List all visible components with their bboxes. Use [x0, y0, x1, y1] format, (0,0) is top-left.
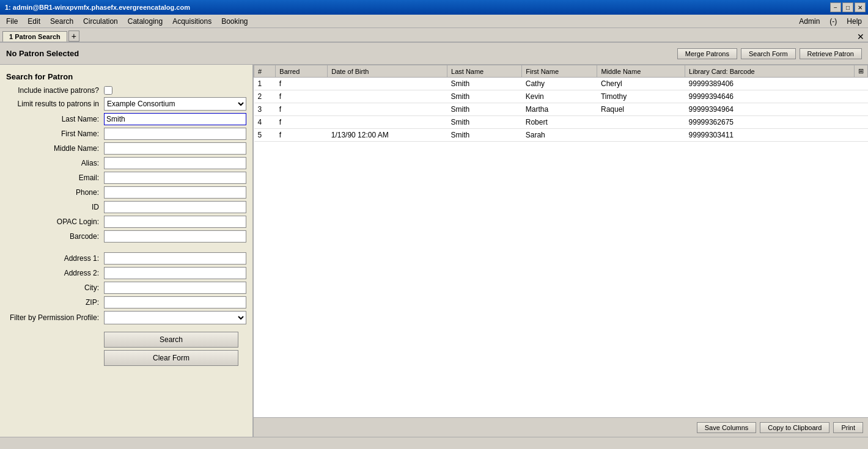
- table-cell: Cheryl: [597, 78, 685, 90]
- table-cell: f: [276, 103, 328, 116]
- menu-cataloging[interactable]: Cataloging: [123, 16, 167, 27]
- table-cell: 99999389406: [685, 78, 855, 90]
- id-label: ID: [6, 203, 104, 211]
- table-cell: f: [276, 78, 328, 90]
- menu-bar: File Edit Search Circulation Cataloging …: [0, 15, 868, 28]
- limit-results-select[interactable]: Example Consortium: [104, 97, 246, 111]
- table-cell: Sarah: [522, 129, 597, 142]
- menu-booking[interactable]: Booking: [216, 16, 252, 27]
- phone-input[interactable]: [104, 186, 246, 199]
- table-row[interactable]: 1fSmithCathyCheryl99999389406: [254, 78, 868, 90]
- table-cell: f: [276, 90, 328, 103]
- menu-circulation[interactable]: Circulation: [78, 16, 123, 27]
- col-barred[interactable]: Barred: [276, 65, 328, 78]
- table-cell: [328, 116, 447, 129]
- table-cell: 99999394964: [685, 103, 855, 116]
- middle-name-row: Middle Name:: [6, 142, 246, 155]
- address2-label: Address 2:: [6, 269, 104, 277]
- status-bar: [0, 437, 868, 449]
- col-dob[interactable]: Date of Birth: [328, 65, 447, 78]
- zip-input[interactable]: [104, 296, 246, 308]
- search-panel: Search for Patron Include inactive patro…: [0, 65, 254, 437]
- table-cell: 2: [254, 90, 276, 103]
- table-cell: [855, 78, 868, 90]
- id-input[interactable]: [104, 201, 246, 213]
- merge-patrons-button[interactable]: Merge Patrons: [677, 48, 737, 59]
- col-last-name[interactable]: Last Name: [447, 65, 522, 78]
- menu-admin[interactable]: Admin: [794, 16, 825, 27]
- barcode-label: Barcode:: [6, 232, 104, 241]
- save-columns-button[interactable]: Save Columns: [697, 422, 757, 433]
- menu-help[interactable]: Help: [842, 16, 867, 27]
- limit-results-row: Limit results to patrons in Example Cons…: [6, 97, 246, 111]
- search-button[interactable]: Search: [104, 332, 238, 348]
- table-cell: Raquel: [597, 103, 685, 116]
- menu-edit[interactable]: Edit: [23, 16, 45, 27]
- first-name-input[interactable]: [104, 128, 246, 140]
- table-cell: [597, 116, 685, 129]
- tab-add-button[interactable]: +: [68, 31, 79, 42]
- city-row: City:: [6, 282, 246, 294]
- menu-admin-dash[interactable]: (-): [825, 16, 842, 27]
- opac-login-input[interactable]: [104, 216, 246, 228]
- city-input[interactable]: [104, 282, 246, 294]
- include-inactive-row: Include inactive patrons?: [6, 86, 246, 95]
- table-cell: Cathy: [522, 78, 597, 90]
- first-name-row: First Name:: [6, 128, 246, 140]
- filter-profile-label: Filter by Permission Profile:: [6, 313, 104, 322]
- alias-input[interactable]: [104, 157, 246, 169]
- minimize-button[interactable]: −: [830, 2, 841, 12]
- menu-search[interactable]: Search: [45, 16, 78, 27]
- middle-name-label: Middle Name:: [6, 144, 104, 153]
- tab-patron-search[interactable]: 1 Patron Search: [2, 31, 67, 42]
- print-button[interactable]: Print: [833, 422, 863, 433]
- clear-form-button[interactable]: Clear Form: [104, 350, 238, 366]
- table-row[interactable]: 3fSmithMarthaRaquel99999394964: [254, 103, 868, 116]
- results-table-wrapper[interactable]: # Barred Date of Birth Last Name First N…: [254, 65, 868, 417]
- zip-label: ZIP:: [6, 298, 104, 307]
- table-row[interactable]: 2fSmithKevinTimothy99999394646: [254, 90, 868, 103]
- search-buttons: Search Clear Form: [6, 332, 246, 366]
- address2-input[interactable]: [104, 267, 246, 279]
- close-button[interactable]: ✕: [855, 2, 866, 12]
- table-cell: 1: [254, 78, 276, 90]
- table-row[interactable]: 5f1/13/90 12:00 AMSmithSarah99999303411: [254, 129, 868, 142]
- window-title: 1: admin@BR1-winxpvmfx.phasefx.evergreen…: [2, 4, 190, 11]
- search-form-title: Search for Patron: [6, 72, 246, 81]
- tab-bar-close[interactable]: ✕: [857, 32, 868, 42]
- col-first-name[interactable]: First Name: [522, 65, 597, 78]
- table-cell: Smith: [447, 90, 522, 103]
- table-cell: [855, 103, 868, 116]
- first-name-label: First Name:: [6, 130, 104, 138]
- last-name-input[interactable]: [104, 113, 246, 125]
- phone-row: Phone:: [6, 186, 246, 199]
- phone-label: Phone:: [6, 188, 104, 197]
- menu-acquisitions[interactable]: Acquisitions: [167, 16, 216, 27]
- col-expand[interactable]: ⊞: [855, 65, 868, 78]
- opac-login-label: OPAC Login:: [6, 217, 104, 226]
- address1-label: Address 1:: [6, 254, 104, 263]
- table-row[interactable]: 4fSmithRobert99999362675: [254, 116, 868, 129]
- barcode-input[interactable]: [104, 230, 246, 243]
- address1-input[interactable]: [104, 252, 246, 265]
- menu-file[interactable]: File: [1, 16, 23, 27]
- include-inactive-checkbox[interactable]: [104, 86, 112, 95]
- retrieve-patron-button[interactable]: Retrieve Patron: [800, 48, 862, 59]
- email-input[interactable]: [104, 172, 246, 184]
- table-cell: f: [276, 129, 328, 142]
- table-cell: Martha: [522, 103, 597, 116]
- col-barcode[interactable]: Library Card: Barcode: [685, 65, 855, 78]
- filter-profile-select[interactable]: [104, 311, 246, 324]
- search-form-button[interactable]: Search Form: [741, 48, 796, 59]
- content-split: Search for Patron Include inactive patro…: [0, 65, 868, 437]
- middle-name-input[interactable]: [104, 142, 246, 155]
- opac-login-row: OPAC Login:: [6, 216, 246, 228]
- address1-row: Address 1:: [6, 252, 246, 265]
- maximize-button[interactable]: □: [842, 2, 853, 12]
- zip-row: ZIP:: [6, 296, 246, 308]
- copy-clipboard-button[interactable]: Copy to Clipboard: [760, 422, 829, 433]
- barcode-row: Barcode:: [6, 230, 246, 243]
- last-name-row: Last Name:: [6, 113, 246, 125]
- table-cell: [855, 90, 868, 103]
- col-middle-name[interactable]: Middle Name: [597, 65, 685, 78]
